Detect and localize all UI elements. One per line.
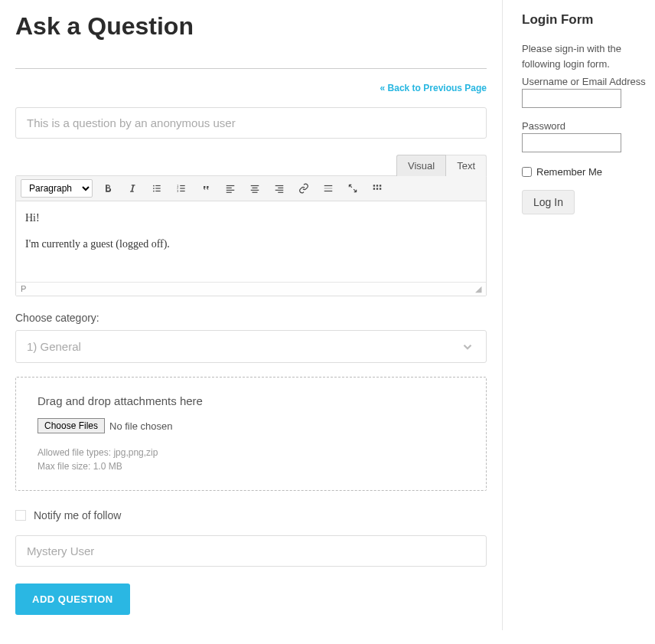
svg-rect-32	[380, 188, 381, 189]
italic-icon[interactable]	[123, 179, 142, 198]
svg-rect-24	[324, 185, 333, 186]
editor-content[interactable]: Hi! I'm currently a guest (logged off).	[16, 201, 486, 282]
svg-rect-18	[251, 190, 259, 191]
login-heading: Login Form	[522, 12, 647, 28]
editor-statusbar: P ◢	[16, 282, 486, 296]
svg-rect-17	[253, 188, 258, 188]
editor-path: P	[21, 284, 26, 294]
svg-rect-9	[180, 185, 184, 186]
editor-tabs: Visual Text	[15, 154, 487, 175]
svg-rect-19	[253, 192, 258, 193]
svg-rect-3	[155, 185, 160, 186]
svg-rect-23	[278, 192, 283, 193]
notify-row: Notify me of follow	[15, 509, 487, 521]
file-status: No file chosen	[109, 420, 172, 432]
category-label: Choose category:	[15, 312, 487, 324]
password-label: Password	[522, 120, 647, 132]
attachment-dropzone[interactable]: Drag and drop attachments here Choose Fi…	[15, 377, 487, 491]
align-center-icon[interactable]	[246, 179, 264, 198]
notify-checkbox[interactable]	[15, 510, 26, 521]
password-input[interactable]	[522, 133, 621, 152]
tab-visual[interactable]: Visual	[396, 155, 446, 176]
back-link[interactable]: « Back to Previous Page	[380, 83, 487, 93]
max-size-hint: Max file size: 1.0 MB	[37, 461, 464, 472]
dropzone-title: Drag and drop attachments here	[37, 394, 464, 407]
svg-rect-20	[275, 185, 284, 186]
svg-rect-14	[226, 190, 235, 191]
category-select[interactable]: 1) General	[15, 330, 487, 363]
svg-rect-12	[226, 185, 235, 186]
category-select-wrap: 1) General	[15, 330, 487, 363]
bold-icon[interactable]	[99, 179, 117, 198]
back-link-row: « Back to Previous Page	[15, 83, 487, 93]
divider	[15, 68, 487, 69]
svg-point-1	[153, 188, 155, 189]
question-title-input[interactable]	[15, 107, 487, 139]
add-question-button[interactable]: Add Question	[15, 584, 130, 615]
svg-text:3: 3	[177, 190, 178, 193]
svg-rect-31	[376, 188, 378, 189]
editor-line: Hi!	[25, 212, 477, 224]
resize-handle-icon[interactable]: ◢	[475, 284, 481, 294]
svg-rect-29	[380, 185, 381, 186]
link-icon[interactable]	[295, 179, 313, 198]
svg-point-2	[153, 191, 155, 192]
login-button[interactable]: Log In	[522, 190, 575, 214]
svg-rect-25	[324, 188, 333, 188]
page-title: Ask a Question	[15, 12, 487, 41]
toolbar-toggle-icon[interactable]	[368, 179, 386, 198]
svg-rect-26	[324, 191, 333, 191]
svg-rect-16	[251, 185, 259, 186]
remember-row: Remember Me	[522, 166, 647, 178]
svg-rect-5	[155, 191, 160, 191]
svg-rect-27	[373, 185, 375, 186]
svg-rect-13	[226, 188, 232, 188]
numbered-list-icon[interactable]: 123	[172, 179, 191, 198]
remember-label: Remember Me	[536, 166, 602, 178]
notify-label: Notify me of follow	[34, 509, 121, 521]
svg-rect-30	[373, 188, 375, 189]
main-column: Ask a Question « Back to Previous Page V…	[0, 0, 502, 630]
username-input[interactable]	[522, 89, 621, 108]
editor-line: I'm currently a guest (logged off).	[25, 238, 477, 250]
choose-files-button[interactable]: Choose Files	[37, 418, 105, 433]
remember-checkbox[interactable]	[522, 167, 532, 177]
fullscreen-icon[interactable]	[344, 179, 362, 198]
format-select[interactable]: Paragraph	[21, 179, 93, 198]
align-right-icon[interactable]	[270, 179, 288, 198]
svg-rect-21	[278, 188, 283, 188]
svg-rect-10	[180, 188, 184, 188]
file-input-row: Choose Files No file chosen	[37, 418, 464, 433]
svg-rect-15	[226, 192, 232, 193]
svg-rect-22	[275, 190, 284, 191]
blockquote-icon[interactable]	[197, 179, 215, 198]
login-instruction: Please sign-in with the following login …	[522, 41, 647, 71]
read-more-icon[interactable]	[319, 179, 337, 198]
bullet-list-icon[interactable]	[148, 179, 166, 198]
rich-text-editor: Paragraph 123 Hi! I'm currently a guest …	[15, 175, 487, 296]
username-label: Username or Email Address	[522, 76, 647, 87]
align-left-icon[interactable]	[221, 179, 240, 198]
svg-rect-28	[376, 185, 378, 186]
editor-toolbar: Paragraph 123	[16, 176, 486, 201]
login-sidebar: Login Form Please sign-in with the follo…	[502, 0, 655, 630]
svg-point-0	[153, 185, 155, 187]
svg-rect-11	[180, 191, 184, 191]
user-name-input[interactable]	[15, 535, 487, 567]
tab-text[interactable]: Text	[446, 155, 487, 176]
svg-rect-4	[155, 188, 160, 188]
allowed-types-hint: Allowed file types: jpg,png,zip	[37, 447, 464, 458]
